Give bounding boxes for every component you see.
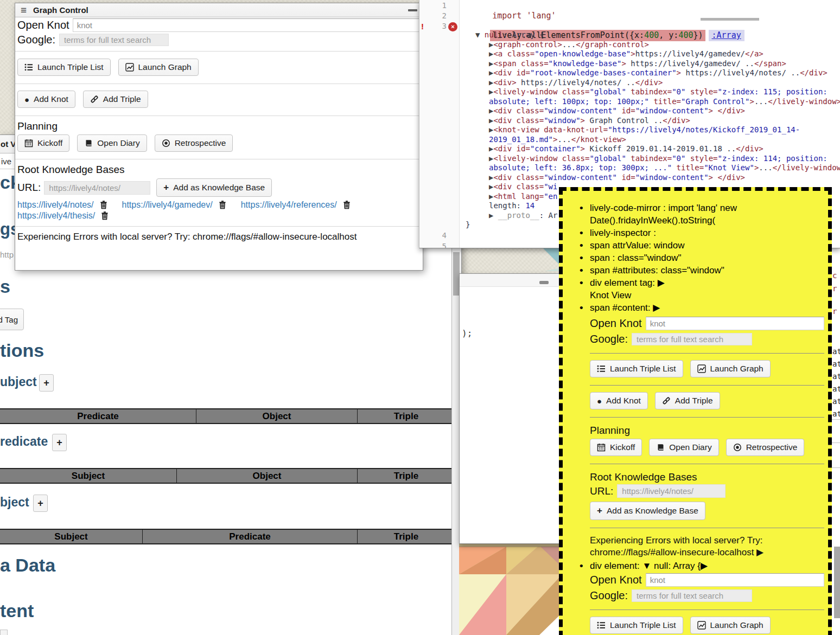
add-triple-button[interactable]: Add Triple: [83, 91, 148, 108]
button-label: Open Diary: [97, 138, 139, 148]
tree-line[interactable]: ▶<span class="knowledge-base"> https://l…: [475, 59, 840, 69]
add-object-button[interactable]: +: [33, 495, 48, 512]
google-search-input[interactable]: [632, 333, 752, 345]
error-icon[interactable]: ×: [448, 22, 457, 31]
element-list-item[interactable]: div element: ▼ null: Array {▶ Open Knot …: [563, 560, 828, 635]
add-triple-button[interactable]: Add Triple: [655, 392, 720, 409]
right-scrollbar-thumb[interactable]: [834, 547, 840, 618]
add-predicate-button[interactable]: +: [52, 434, 67, 451]
tree-line[interactable]: ▶<div> https://lively4/notes/ ..</div>: [475, 78, 840, 88]
window-title: Graph Control: [33, 5, 88, 15]
tree-line[interactable]: 2019_01_18.md">...</knot-view>: [475, 135, 840, 145]
open-diary-button[interactable]: Open Diary: [649, 439, 718, 456]
kb-link[interactable]: https://lively4/notes/: [17, 200, 94, 210]
element-list-item[interactable]: span #content: ▶ Open Knot Google: Launc…: [563, 302, 828, 559]
tree-line[interactable]: ▶<graph-control>...</graph-control>: [475, 40, 840, 50]
calendar-icon: [597, 443, 606, 452]
google-search-input[interactable]: [59, 34, 169, 46]
line-number: 3: [423, 22, 447, 30]
table-header-cell: Object: [176, 469, 357, 483]
open-diary-button[interactable]: Open Diary: [77, 134, 147, 152]
add-tag-button[interactable]: d Tag: [0, 309, 24, 330]
root-kb-label: Root Knowledge Bases: [590, 471, 824, 483]
launch-triple-list-button[interactable]: Launch Triple List: [17, 59, 111, 76]
tree-line[interactable]: ▶<div id="root-knowledge-bases-container…: [475, 68, 840, 78]
open-knot-input[interactable]: [646, 317, 824, 330]
element-list-item[interactable]: div element tag: ▶ Knot View: [563, 277, 828, 302]
predicate-object-table: Predicate Object Triple: [0, 408, 455, 424]
knot-dot-icon: ●: [24, 95, 29, 104]
tree-line[interactable]: ▶<div class="window-content" id="window-…: [475, 106, 840, 116]
element-list-item[interactable]: lively-inspector :: [563, 227, 828, 239]
retrospective-button[interactable]: Retrospective: [155, 134, 233, 152]
kickoff-button[interactable]: Kickoff: [590, 439, 642, 456]
retrospective-button[interactable]: Retrospective: [726, 439, 805, 456]
knot-toolbar-fragment: ive: [1, 157, 11, 166]
trash-icon[interactable]: [99, 201, 108, 209]
google-label: Google:: [590, 589, 628, 602]
trash-icon[interactable]: [218, 201, 227, 209]
error-gutter-icon[interactable]: !: [421, 22, 424, 31]
kickoff-button[interactable]: Kickoff: [17, 134, 69, 152]
table-header-cell: Predicate: [142, 530, 357, 543]
launch-triple-list-button[interactable]: Launch Triple List: [590, 617, 683, 634]
line-number: 5: [423, 242, 447, 248]
tree-line[interactable]: ▶<a class="open-knowledge-base">https://…: [475, 49, 840, 59]
editor-code-fragment[interactable]: );: [462, 328, 472, 338]
kb-link[interactable]: https://lively4/references/: [241, 200, 337, 210]
tree-line[interactable]: ▶<div class="window-content" id="window-…: [475, 173, 840, 183]
element-list-item[interactable]: span attrValue: window: [563, 239, 828, 252]
add-kb-button[interactable]: + Add as Knowledge Base: [156, 178, 272, 197]
tree-line[interactable]: ▶<lively-window class="global" tabindex=…: [475, 87, 840, 97]
tree-line[interactable]: absolute; left: 100px; top: 100px;" titl…: [475, 97, 840, 107]
google-search-input[interactable]: [632, 589, 752, 602]
add-subject-button[interactable]: +: [39, 374, 54, 392]
trash-icon[interactable]: [342, 201, 351, 209]
calendar-icon: [24, 139, 33, 147]
button-label: Launch Triple List: [610, 620, 676, 630]
open-knot-input[interactable]: [646, 573, 824, 587]
kb-link[interactable]: https://lively4/thesis/: [17, 211, 95, 221]
trash-icon[interactable]: [100, 211, 109, 220]
graph-control-titlebar[interactable]: ≡ Graph Control: [15, 3, 423, 17]
kb-url-input[interactable]: [617, 484, 726, 498]
element-list-item[interactable]: lively-code-mirror : import 'lang' new D…: [563, 202, 828, 227]
kb-url-input[interactable]: [44, 181, 150, 195]
add-knot-button[interactable]: ● Add Knot: [590, 392, 648, 409]
element-list-item[interactable]: span : class="window": [563, 252, 828, 264]
button-label: Add Triple: [675, 396, 713, 406]
relations-heading-fragment: tions: [0, 340, 44, 361]
launch-graph-button[interactable]: Launch Graph: [690, 360, 771, 377]
launch-graph-button[interactable]: Launch Graph: [690, 617, 771, 634]
tree-line[interactable]: ▶<knot-view data-knot-url="https://livel…: [475, 125, 840, 135]
tree-line[interactable]: ▼ null: Array {: [475, 30, 840, 40]
line-number: 4: [423, 231, 447, 240]
launch-triple-list-button[interactable]: Launch Triple List: [590, 360, 683, 377]
knowledge-base-item: https://lively4/notes/: [17, 200, 108, 210]
tree-line[interactable]: ▶<div id="container"> Kickoff 2019.01.14…: [475, 144, 840, 154]
tree-line[interactable]: ▶<div class="window"> Graph Control ..</…: [475, 116, 840, 126]
tree-line[interactable]: absolute; left: 36.8px; top: 300px; ..."…: [475, 163, 840, 173]
book-icon: [84, 139, 93, 147]
table-header-cell: Triple: [357, 469, 455, 483]
error-x-glyph: ×: [451, 23, 454, 30]
add-kb-button[interactable]: + Add as Knowledge Base: [590, 502, 705, 520]
divider: [832, 467, 840, 468]
minimize-icon[interactable]: [408, 9, 417, 11]
menu-icon[interactable]: ≡: [21, 4, 27, 16]
add-knot-button[interactable]: ● Add Knot: [17, 91, 75, 108]
kb-link[interactable]: https://lively4/gamedev/: [122, 200, 213, 210]
elements-at-point-overlay: lively-code-mirror : import 'lang' new D…: [559, 187, 832, 635]
launch-graph-button[interactable]: Launch Graph: [118, 59, 199, 76]
element-list-item[interactable]: span #attributes: class="window": [563, 264, 828, 277]
button-label: Launch Graph: [138, 62, 192, 72]
button-label: Add Knot: [606, 396, 641, 406]
divider: [832, 419, 840, 420]
eye-icon: [733, 443, 742, 452]
minimize-icon[interactable]: [539, 281, 549, 284]
table-header-cell: Triple: [357, 409, 455, 423]
heading-fragment-s: s: [0, 276, 10, 297]
tree-line[interactable]: ▶<lively-window class="global" tabindex=…: [475, 154, 840, 164]
open-knot-input[interactable]: [73, 18, 420, 32]
wallpaper-mosaic: [459, 543, 562, 635]
